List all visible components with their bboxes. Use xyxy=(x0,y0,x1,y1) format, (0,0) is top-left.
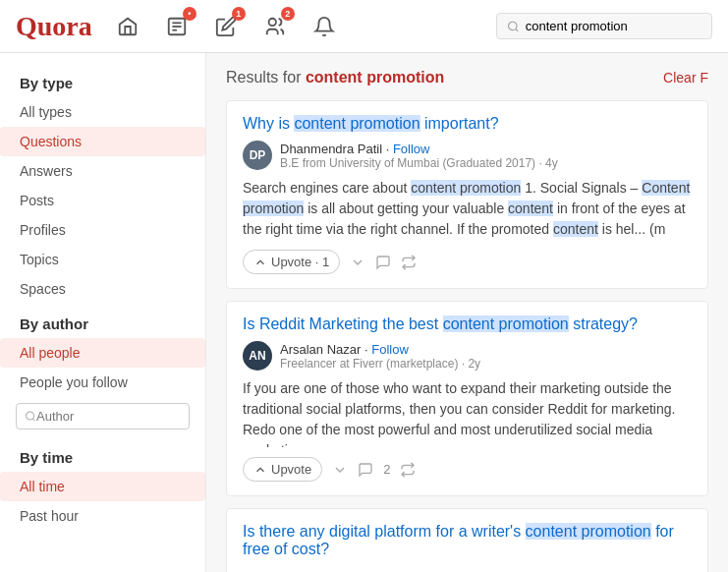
card-1-share-icon[interactable] xyxy=(401,255,417,270)
search-bar[interactable] xyxy=(496,13,712,39)
card-1-title[interactable]: Why is content promotion important? xyxy=(243,115,692,133)
highlight: content promotion xyxy=(294,115,420,132)
card-2-author-meta: Freelancer at Fiverr (marketplace) · 2y xyxy=(280,357,480,371)
highlight: content promotion xyxy=(443,315,569,332)
clear-filter-button[interactable]: Clear F xyxy=(663,70,708,86)
upvote-icon xyxy=(253,463,267,477)
people-badge: 2 xyxy=(281,7,295,21)
card-2-author-row: AN Arsalan Nazar · Follow Freelancer at … xyxy=(243,341,692,371)
nav-notifications[interactable] xyxy=(308,11,340,42)
card-1-author-meta: B.E from University of Mumbai (Graduated… xyxy=(280,156,558,170)
card-1-author-row: DP Dhanmendra Patil · Follow B.E from Un… xyxy=(243,141,692,170)
card-2-comment-count: 2 xyxy=(383,462,390,477)
by-author-heading: By author xyxy=(0,304,205,338)
card-2-author-info: Arsalan Nazar · Follow Freelancer at Fiv… xyxy=(280,342,480,371)
answers-badge: • xyxy=(183,7,196,21)
nav-answers[interactable]: • xyxy=(161,11,193,42)
result-card-2: Is Reddit Marketing the best content pro… xyxy=(226,301,708,496)
nav-write[interactable]: 1 xyxy=(210,11,242,42)
quora-logo: Quora xyxy=(16,11,92,42)
card-2-body: If you are one of those who want to expa… xyxy=(243,378,692,447)
sidebar-item-all-types[interactable]: All types xyxy=(0,97,205,127)
search-results: Results for content promotion Clear F Wh… xyxy=(206,53,728,572)
results-text: Results for content promotion xyxy=(226,69,444,86)
author-filter-wrap xyxy=(16,403,190,429)
card-1-avatar: DP xyxy=(243,141,272,170)
card-1-upvote-button[interactable]: Upvote · 1 xyxy=(243,250,340,274)
card-2-actions: Upvote 2 xyxy=(243,457,692,482)
header: Quora • 1 2 xyxy=(0,0,728,53)
downvote-icon[interactable] xyxy=(332,462,348,478)
card-2-comment-icon[interactable] xyxy=(358,462,373,478)
search-icon xyxy=(507,20,520,33)
sidebar-item-profiles[interactable]: Profiles xyxy=(0,215,205,245)
sidebar-item-answers[interactable]: Answers xyxy=(0,156,205,186)
author-search-icon xyxy=(25,410,36,423)
svg-point-7 xyxy=(27,412,34,420)
svg-point-5 xyxy=(509,22,517,29)
sidebar-item-topics[interactable]: Topics xyxy=(0,245,205,274)
result-card-3: Is there any digital platform for a writ… xyxy=(226,508,708,572)
downvote-icon[interactable] xyxy=(350,255,365,270)
card-1-author-name: Dhanmendra Patil xyxy=(280,142,382,156)
sidebar-item-all-people[interactable]: All people xyxy=(0,338,205,368)
highlight: content promotion xyxy=(526,523,651,540)
sidebar-item-people-follow[interactable]: People you follow xyxy=(0,368,205,397)
upvote-icon xyxy=(253,256,267,269)
main-layout: By type All types Questions Answers Post… xyxy=(0,53,728,572)
card-2-upvote-button[interactable]: Upvote xyxy=(243,457,322,482)
result-card-1: Why is content promotion important? DP D… xyxy=(226,100,708,289)
card-1-comment-icon[interactable] xyxy=(375,255,391,270)
by-time-heading: By time xyxy=(0,437,205,472)
sidebar-item-all-time[interactable]: All time xyxy=(0,472,205,501)
svg-line-8 xyxy=(32,419,34,421)
svg-point-4 xyxy=(268,18,275,25)
card-2-share-icon[interactable] xyxy=(400,462,416,478)
card-1-follow-button[interactable]: Follow xyxy=(393,142,430,156)
card-3-title[interactable]: Is there any digital platform for a writ… xyxy=(243,523,692,558)
sidebar: By type All types Questions Answers Post… xyxy=(0,53,206,572)
card-2-author-name: Arsalan Nazar xyxy=(280,342,361,357)
write-badge: 1 xyxy=(232,7,246,21)
nav-people[interactable]: 2 xyxy=(259,11,291,42)
sidebar-item-questions[interactable]: Questions xyxy=(0,127,205,156)
nav-icons: • 1 2 xyxy=(112,11,476,42)
card-2-avatar: AN xyxy=(243,341,272,371)
results-header: Results for content promotion Clear F xyxy=(226,69,708,86)
by-type-heading: By type xyxy=(0,63,205,97)
card-2-follow-button[interactable]: Follow xyxy=(371,342,409,357)
card-2-title[interactable]: Is Reddit Marketing the best content pro… xyxy=(243,315,692,333)
sidebar-item-posts[interactable]: Posts xyxy=(0,186,205,215)
svg-line-6 xyxy=(516,29,518,30)
nav-home[interactable] xyxy=(112,11,143,42)
author-input[interactable] xyxy=(36,409,181,424)
sidebar-item-past-hour[interactable]: Past hour xyxy=(0,501,205,531)
search-input[interactable] xyxy=(526,19,701,33)
results-query: content promotion xyxy=(306,69,444,86)
card-1-author-info: Dhanmendra Patil · Follow B.E from Unive… xyxy=(280,142,558,170)
card-1-actions: Upvote · 1 xyxy=(243,250,692,274)
sidebar-item-spaces[interactable]: Spaces xyxy=(0,274,205,304)
card-1-body: Search engines care about content promot… xyxy=(243,178,692,240)
